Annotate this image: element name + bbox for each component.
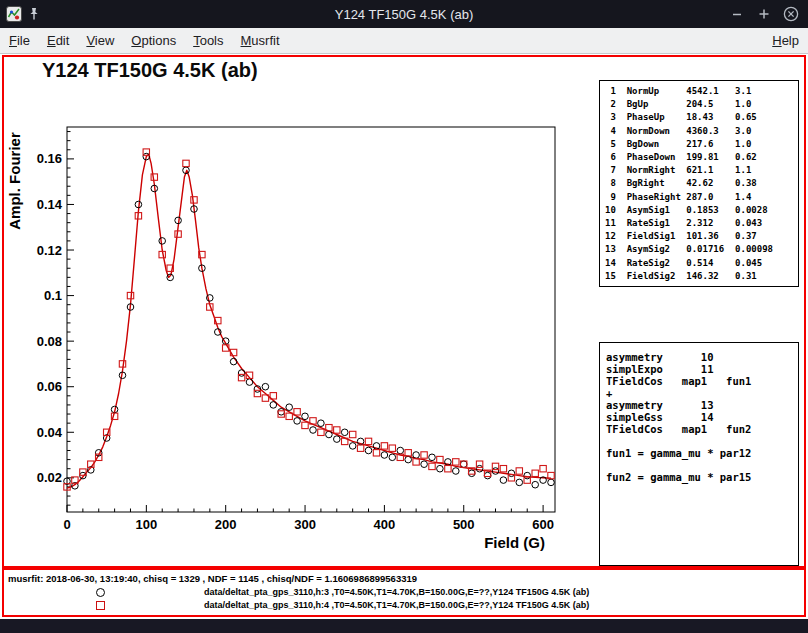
pin-icon[interactable] (28, 7, 40, 21)
data-point-square (302, 422, 308, 428)
y-axis-title: Ampl. Fourier (6, 132, 23, 230)
data-point-square (532, 470, 538, 476)
y-tick-label: 0.04 (37, 425, 63, 440)
x-tick-label: 400 (374, 517, 396, 532)
y-tick-label: 0.06 (37, 379, 62, 394)
data-point-circle (318, 420, 325, 427)
menu-item-tools[interactable]: Tools (193, 33, 223, 48)
data-point-square (286, 413, 292, 419)
app-icon[interactable] (6, 6, 22, 22)
data-point-square (151, 174, 157, 180)
data-point-circle (278, 409, 285, 416)
data-point-square (413, 459, 419, 465)
data-point-circle (326, 431, 333, 438)
param-row: 7 NormRight 621.1 1.1 (605, 164, 798, 177)
y-tick-label: 0.12 (37, 243, 62, 258)
menu-accel: E (47, 33, 56, 48)
window-title: Y124 TF150G 4.5K (ab) (335, 7, 474, 22)
data-point-square (381, 443, 387, 449)
data-point-circle (238, 370, 245, 377)
legend-label: data/deltat_pta_gps_3110,h:3 ,T0=4.50K,T… (204, 587, 589, 597)
data-point-circle (548, 479, 555, 486)
data-point-square (191, 197, 197, 203)
menu-item-options[interactable]: Options (131, 33, 176, 48)
legend-row: data/deltat_pta_gps_3110,h:3 ,T0=4.50K,T… (4, 586, 804, 599)
theory-line: asymmetry 13 (606, 399, 798, 411)
data-point-circle (365, 447, 372, 454)
minimize-button[interactable] (728, 5, 746, 23)
data-point-circle (516, 479, 523, 486)
data-point-circle (429, 454, 436, 461)
param-row: 3 PhaseUp 18.43 0.65 (605, 111, 798, 124)
theory-line: fun2 = gamma_mu * par15 (606, 471, 798, 483)
data-point-square (389, 445, 395, 451)
data-point-square (540, 466, 546, 472)
data-point-circle (349, 443, 356, 450)
theory-line: TFieldCos map1 fun2 (606, 423, 798, 435)
y-tick-label: 0.02 (37, 470, 62, 485)
maximize-button[interactable] (755, 5, 773, 23)
data-point-circle (508, 470, 515, 477)
param-row: 5 BgDown 217.6 1.0 (605, 138, 798, 151)
param-row: 9 PhaseRight 287.0 1.4 (605, 191, 798, 204)
data-point-circle (532, 481, 539, 488)
menu-accel: O (131, 33, 141, 48)
theory-line: asymmetry 10 (606, 351, 798, 363)
data-point-square (357, 445, 363, 451)
param-row: 4 NormDown 4360.3 3.0 (605, 125, 798, 138)
x-axis-title: Field (G) (484, 534, 545, 551)
bottom-strip (0, 619, 808, 633)
y-tick-label: 0.16 (37, 151, 62, 166)
data-point-circle (294, 418, 301, 425)
data-point-circle (405, 456, 412, 463)
data-point-square (429, 463, 435, 469)
parameters-box[interactable]: 1 NormUp 4542.1 3.1 2 BgUp 204.5 1.0 3 P… (599, 80, 799, 287)
data-point-square (334, 427, 340, 433)
data-point-circle (500, 477, 507, 484)
data-point-circle (460, 461, 467, 468)
legend-row: data/deltat_pta_gps_3110,h:4 ,T0=4.50K,T… (4, 599, 804, 612)
data-point-circle (413, 452, 420, 459)
data-point-circle (246, 379, 253, 386)
data-point-circle (286, 404, 293, 411)
menu-item-edit[interactable]: Edit (47, 33, 69, 48)
close-button[interactable] (782, 5, 800, 23)
data-point-circle (524, 472, 531, 479)
data-point-square (365, 438, 371, 444)
menu-item-musrfit[interactable]: Musrfit (241, 33, 280, 48)
x-tick-label: 200 (215, 517, 237, 532)
y-tick-label: 0.14 (37, 197, 63, 212)
titlebar[interactable]: Y124 TF150G 4.5K (ab) (0, 0, 808, 28)
data-point-circle (159, 238, 166, 245)
theory-box[interactable]: asymmetry 10simplExpo 11TFieldCos map1 f… (599, 342, 799, 566)
param-row: 2 BgUp 204.5 1.0 (605, 98, 798, 111)
param-row: 6 PhaseDown 199.81 0.62 (605, 151, 798, 164)
plot-title: Y124 TF150G 4.5K (ab) (42, 59, 258, 82)
legend-marker-circle-icon (96, 588, 105, 597)
menu-item-file[interactable]: File (9, 33, 30, 48)
data-point-square (350, 431, 356, 437)
data-point-circle (381, 452, 388, 459)
plot-canvas[interactable]: 0.020.040.060.080.10.120.140.16010020030… (4, 57, 596, 568)
data-point-square (445, 466, 451, 472)
data-point-square (437, 456, 443, 462)
data-point-circle (453, 468, 460, 475)
plot-frame (67, 127, 555, 512)
x-tick-label: 500 (453, 517, 475, 532)
theory-line: + (606, 387, 798, 399)
theory-line (606, 459, 798, 471)
theory-line (606, 435, 798, 447)
menu-item-help[interactable]: Help (772, 33, 799, 48)
menu-accel: M (241, 33, 252, 48)
info-panel: musrfit: 2018-06-30, 13:19:40, chisq = 1… (2, 568, 806, 617)
param-row: 14 RateSig2 0.514 0.045 (605, 257, 798, 270)
data-point-circle (334, 436, 341, 443)
window-controls (728, 0, 800, 28)
data-point-square (453, 459, 459, 465)
data-point-square (373, 450, 379, 456)
data-point-square (183, 160, 189, 166)
param-row: 10 AsymSig1 0.1853 0.0028 (605, 204, 798, 217)
x-tick-label: 300 (294, 517, 316, 532)
data-point-circle (437, 465, 444, 472)
menu-item-view[interactable]: View (86, 33, 114, 48)
